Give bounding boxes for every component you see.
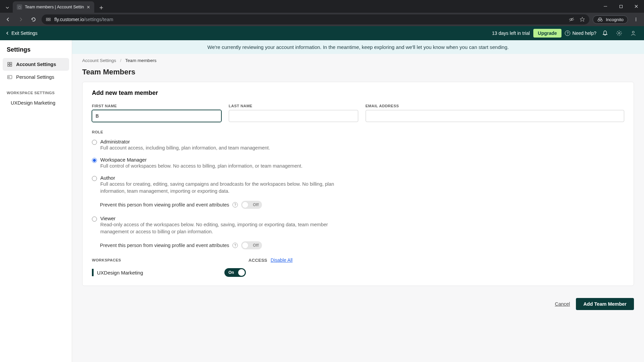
page-title: Team Members <box>72 65 644 82</box>
need-help-label: Need help? <box>572 31 596 36</box>
svg-point-12 <box>632 31 634 33</box>
close-tab-icon[interactable]: ✕ <box>87 5 90 10</box>
back-button[interactable] <box>3 15 13 24</box>
upgrade-button[interactable]: Upgrade <box>533 29 562 38</box>
card-heading: Add new team member <box>92 89 624 97</box>
settings-gear-button[interactable] <box>614 28 625 39</box>
svg-rect-14 <box>10 62 12 64</box>
add-team-member-button[interactable]: Add Team Member <box>576 298 634 310</box>
svg-point-7 <box>600 20 602 21</box>
account-button[interactable] <box>628 28 639 39</box>
workspaces-header: WORKSPACES ACCESS Disable All <box>92 257 624 263</box>
help-icon[interactable]: ? <box>232 243 238 248</box>
chevron-left-icon <box>5 31 9 35</box>
sidebar-item-account-settings[interactable]: Account Settings <box>3 58 69 71</box>
first-name-input[interactable] <box>92 110 221 122</box>
reload-button[interactable] <box>29 15 38 24</box>
tab-strip: ◌ Team members | Account Settin ✕ <box>0 0 644 13</box>
address-bar[interactable]: fly.customer.io/settings/team <box>42 14 589 24</box>
role-title: Administrator <box>100 139 624 144</box>
role-radio[interactable] <box>92 217 97 222</box>
favicon: ◌ <box>17 4 22 10</box>
role-option-administrator[interactable]: Administrator Full account access, inclu… <box>92 137 624 156</box>
prevent-row-author: Prevent this person from viewing profile… <box>92 199 624 214</box>
email-field: EMAIL ADDRESS <box>366 104 625 122</box>
last-name-label: LAST NAME <box>229 104 358 108</box>
svg-rect-15 <box>8 65 9 66</box>
sidebar-item-label: Personal Settings <box>16 74 54 80</box>
svg-rect-2 <box>49 18 50 19</box>
sidebar-workspace-link[interactable]: UXDesign Marketing <box>3 98 69 108</box>
svg-point-6 <box>598 20 600 21</box>
forward-button[interactable] <box>16 15 25 24</box>
sidebar-item-label: Account Settings <box>16 62 56 67</box>
close-window-button[interactable] <box>629 0 644 13</box>
app-body: Settings Account Settings Personal Setti… <box>0 40 644 362</box>
info-banner: We're currently reviewing your account i… <box>72 40 644 54</box>
new-tab-button[interactable] <box>96 3 106 13</box>
breadcrumb-separator: / <box>120 58 121 63</box>
role-option-workspace-manager[interactable]: Workspace Manager Full control of worksp… <box>92 156 624 174</box>
eye-off-icon[interactable] <box>569 16 575 22</box>
svg-rect-17 <box>8 75 12 79</box>
url-text: fly.customer.io/settings/team <box>54 17 113 22</box>
email-input[interactable] <box>366 110 625 122</box>
cancel-button[interactable]: Cancel <box>555 301 570 307</box>
workspace-access-toggle[interactable]: On <box>224 268 246 277</box>
svg-point-10 <box>636 20 636 21</box>
role-radio[interactable] <box>92 176 97 181</box>
app-header: Exit Settings 13 days left in trial Upgr… <box>0 26 644 40</box>
role-option-viewer[interactable]: Viewer Read-only access of the workspace… <box>92 214 624 239</box>
last-name-field: LAST NAME <box>229 104 358 122</box>
email-label: EMAIL ADDRESS <box>366 104 625 108</box>
incognito-icon <box>597 17 603 22</box>
breadcrumb-root[interactable]: Account Settings <box>82 58 116 63</box>
workspace-color-bar <box>92 269 94 276</box>
breadcrumb: Account Settings / Team members <box>72 54 644 65</box>
role-option-author[interactable]: Author Full access for creating, editing… <box>92 174 624 199</box>
prevent-label: Prevent this person from viewing profile… <box>100 243 229 248</box>
prevent-toggle-author[interactable]: Off <box>241 201 262 209</box>
workspaces-label: WORKSPACES <box>92 258 121 262</box>
minimize-button[interactable] <box>598 0 613 13</box>
workspace-name: UXDesign Marketing <box>97 270 221 276</box>
sidebar-item-personal-settings[interactable]: Personal Settings <box>3 71 69 83</box>
role-desc: Full account access, including billing, … <box>100 144 342 152</box>
prevent-row-viewer: Prevent this person from viewing profile… <box>92 239 624 255</box>
star-icon[interactable] <box>579 16 585 22</box>
svg-rect-4 <box>49 20 50 21</box>
incognito-label: Incognito <box>606 17 624 22</box>
role-radio[interactable] <box>92 158 97 163</box>
svg-point-8 <box>636 18 636 18</box>
svg-rect-1 <box>46 18 48 19</box>
incognito-chip[interactable]: Incognito <box>593 15 628 24</box>
breadcrumb-current: Team members <box>125 58 156 63</box>
site-info-icon[interactable] <box>46 17 51 22</box>
maximize-button[interactable] <box>613 0 629 13</box>
add-member-card: Add new team member FIRST NAME LAST NAME… <box>82 82 634 286</box>
role-desc: Full access for creating, editing, savin… <box>100 181 342 195</box>
exit-settings-link[interactable]: Exit Settings <box>5 31 38 36</box>
role-title: Viewer <box>100 216 624 221</box>
need-help-link[interactable]: ? Need help? <box>565 31 596 36</box>
browser-menu-button[interactable] <box>631 15 641 24</box>
name-email-row: FIRST NAME LAST NAME EMAIL ADDRESS <box>92 104 624 122</box>
role-title: Author <box>100 175 624 181</box>
role-section-label: ROLE <box>92 130 624 134</box>
role-radio[interactable] <box>92 140 97 145</box>
sidebar: Settings Account Settings Personal Setti… <box>0 40 72 362</box>
disable-all-link[interactable]: Disable All <box>271 257 292 263</box>
trial-days-text: 13 days left in trial <box>492 31 530 36</box>
browser-tab[interactable]: ◌ Team members | Account Settin ✕ <box>13 1 94 13</box>
help-icon: ? <box>565 31 570 36</box>
prevent-toggle-viewer[interactable]: Off <box>241 241 262 249</box>
tab-search-button[interactable] <box>2 3 13 13</box>
role-desc: Read-only access of the workspaces below… <box>100 221 342 235</box>
notifications-button[interactable] <box>600 28 610 39</box>
sidebar-section-label: WORKSPACE SETTINGS <box>3 83 69 98</box>
person-card-icon <box>7 74 13 80</box>
svg-rect-0 <box>620 5 622 8</box>
help-icon[interactable]: ? <box>232 202 238 207</box>
last-name-input[interactable] <box>229 110 358 122</box>
svg-rect-13 <box>8 62 9 64</box>
